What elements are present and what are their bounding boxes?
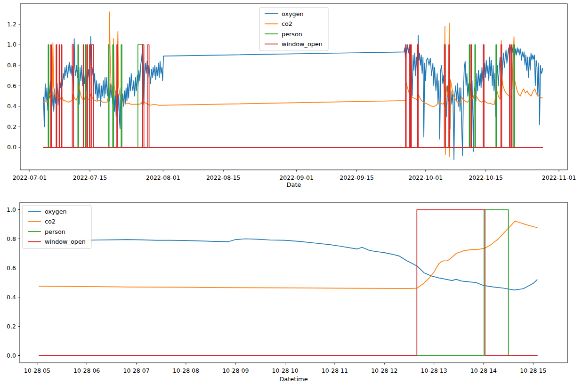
legend-label-window_open: window_open (45, 238, 86, 245)
x-tick-label: 10-28 12 (371, 367, 397, 374)
x-tick-label: 2022-10-01 (408, 174, 443, 181)
y-tick-label: 0.0 (7, 352, 16, 359)
y-tick-label: 0.6 (7, 82, 16, 89)
series-window_open-line (39, 210, 537, 356)
y-tick-label: 1.2 (7, 21, 16, 28)
x-tick-label: 10-28 06 (73, 367, 100, 374)
legend: oxygenco2personwindow_open (23, 205, 91, 248)
x-axis-label: Datetime (279, 376, 307, 383)
series-co2-line (39, 221, 537, 288)
legend-label-person: person (282, 31, 302, 38)
y-tick-label: 0.6 (7, 264, 16, 272)
x-tick-label: 2022-10-15 (469, 174, 503, 181)
legend-label-co2: co2 (282, 20, 292, 27)
legend-label-window_open: window_open (282, 40, 323, 48)
x-tick-label: 10-28 15 (520, 367, 546, 374)
legend-label-person: person (45, 228, 65, 235)
x-tick-label: 10-28 10 (272, 367, 298, 374)
series-person-line (39, 210, 537, 356)
x-tick-label: 10-28 13 (421, 367, 447, 374)
legend-label-co2: co2 (45, 218, 56, 225)
y-tick-label: 0.0 (7, 144, 16, 151)
legend: oxygenco2personwindow_open (259, 8, 328, 51)
legend-label-oxygen: oxygen (282, 10, 304, 17)
x-tick-label: 2022-07-01 (13, 174, 47, 181)
x-tick-label: 2022-08-15 (206, 174, 241, 181)
charts-svg: 2022-07-012022-07-152022-08-012022-08-15… (0, 0, 582, 392)
x-tick-label: 10-28 14 (470, 367, 497, 374)
y-tick-label: 0.4 (7, 103, 16, 110)
top-chart: 2022-07-012022-07-152022-08-012022-08-15… (7, 4, 576, 188)
x-axis-label: Date (286, 181, 301, 188)
x-tick-label: 2022-09-15 (340, 174, 374, 181)
x-tick-label: 10-28 07 (123, 367, 149, 374)
x-tick-label: 2022-09-01 (279, 174, 314, 181)
y-tick-label: 0.2 (7, 123, 16, 130)
x-tick-label: 10-28 11 (322, 367, 348, 374)
figure-canvas: 2022-07-012022-07-152022-08-012022-08-15… (0, 0, 582, 392)
y-tick-label: 0.8 (7, 235, 16, 242)
x-tick-label: 2022-11-01 (542, 174, 576, 181)
y-tick-label: 0.2 (7, 323, 16, 330)
x-tick-label: 2022-08-01 (146, 174, 180, 181)
x-tick-label: 2022-07-15 (73, 174, 107, 181)
legend-label-oxygen: oxygen (45, 208, 67, 215)
x-tick-label: 10-28 09 (222, 367, 249, 374)
bottom-chart: 10-28 0510-28 0610-28 0710-28 0810-28 09… (7, 202, 567, 383)
y-tick-label: 1.0 (7, 41, 16, 48)
y-tick-label: 0.8 (7, 62, 16, 69)
x-tick-label: 10-28 08 (173, 367, 199, 374)
y-tick-label: 0.4 (7, 294, 16, 301)
series-oxygen-line (39, 239, 537, 290)
y-tick-label: 1.0 (7, 206, 16, 213)
x-tick-label: 10-28 05 (24, 367, 50, 374)
